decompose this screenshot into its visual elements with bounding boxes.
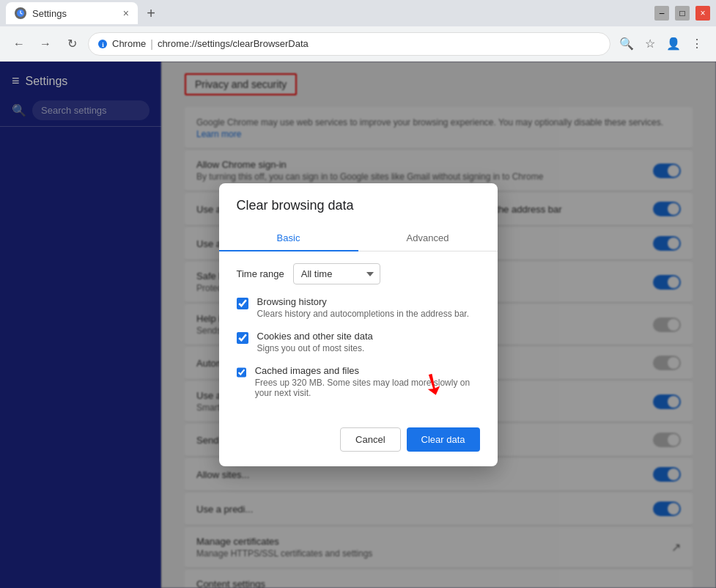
- secure-icon: ℹ: [97, 39, 108, 49]
- tab-close-button[interactable]: ×: [123, 7, 129, 19]
- cached-checkbox[interactable]: [237, 367, 246, 378]
- back-button[interactable]: ←: [9, 34, 29, 54]
- tab-basic[interactable]: Basic: [219, 225, 358, 251]
- cookies-sub: Signs you out of most sites.: [257, 343, 373, 353]
- tab-strip: Settings × +: [6, 2, 161, 24]
- url-full: chrome://settings/clearBrowserData: [158, 38, 309, 49]
- modal-overlay[interactable]: Clear browsing data Basic Advanced Time …: [0, 62, 716, 588]
- cookies-checkbox[interactable]: [237, 332, 248, 344]
- dialog-body: Time range All time Last hour Last 24 ho…: [219, 251, 498, 422]
- bookmark-icon[interactable]: ☆: [640, 34, 660, 54]
- checkbox-browsing-history: Browsing history Clears history and auto…: [237, 296, 480, 319]
- menu-icon[interactable]: ⋮: [687, 34, 707, 54]
- clear-browsing-dialog: Clear browsing data Basic Advanced Time …: [219, 183, 498, 466]
- url-bar[interactable]: ℹ Chrome | chrome://settings/clearBrowse…: [88, 32, 610, 56]
- window-controls: – □ ×: [654, 6, 710, 21]
- forward-button[interactable]: →: [35, 34, 56, 54]
- cached-title: Cached images and files: [255, 365, 480, 376]
- tab-advanced[interactable]: Advanced: [358, 225, 498, 251]
- cancel-button[interactable]: Cancel: [340, 427, 400, 452]
- browsing-history-title: Browsing history: [257, 296, 470, 307]
- active-tab[interactable]: Settings ×: [6, 2, 138, 24]
- address-bar: ← → ↻ ℹ Chrome | chrome://settings/clear…: [0, 26, 716, 62]
- url-separator: |: [150, 38, 153, 50]
- checkbox-cached: Cached images and files Frees up 320 MB.…: [237, 365, 480, 398]
- account-icon[interactable]: 👤: [663, 34, 684, 54]
- close-button[interactable]: ×: [695, 6, 710, 21]
- refresh-button[interactable]: ↻: [62, 34, 82, 54]
- cached-sub: Frees up 320 MB. Some sites may load mor…: [255, 378, 480, 398]
- tab-title: Settings: [32, 8, 67, 19]
- settings-container: ≡ Settings 🔍 Privacy and security Google…: [0, 62, 716, 588]
- browsing-history-sub: Clears history and autocompletions in th…: [257, 309, 470, 319]
- checkbox-cookies: Cookies and other site data Signs you ou…: [237, 331, 480, 353]
- dialog-footer: Cancel Clear data: [219, 422, 498, 466]
- cookies-title: Cookies and other site data: [257, 331, 373, 342]
- browsing-history-checkbox[interactable]: [237, 298, 248, 309]
- maximize-button[interactable]: □: [675, 6, 690, 21]
- search-icon[interactable]: 🔍: [616, 34, 637, 54]
- tab-favicon: [15, 7, 26, 19]
- time-range-row: Time range All time Last hour Last 24 ho…: [237, 263, 480, 284]
- time-range-label: Time range: [237, 268, 284, 279]
- time-range-select[interactable]: All time Last hour Last 24 hours Last 7 …: [293, 263, 380, 284]
- url-prefix: Chrome: [112, 38, 146, 49]
- dialog-tabs: Basic Advanced: [219, 225, 498, 251]
- minimize-button[interactable]: –: [654, 6, 669, 21]
- address-bar-icons: 🔍 ☆ 👤 ⋮: [616, 34, 707, 54]
- title-bar: Settings × + – □ ×: [0, 0, 716, 26]
- svg-text:ℹ: ℹ: [102, 42, 104, 48]
- new-tab-button[interactable]: +: [141, 3, 161, 23]
- clear-data-button[interactable]: Clear data: [407, 427, 480, 452]
- dialog-title: Clear browsing data: [219, 183, 498, 213]
